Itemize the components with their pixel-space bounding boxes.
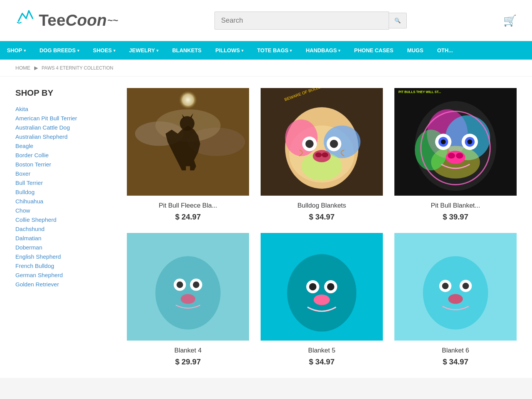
product-card[interactable]: Blanket 4 $ 29.97 — [127, 233, 249, 366]
list-item: English Shepherd — [15, 253, 115, 260]
breadcrumb-separator: ▶ — [34, 65, 38, 71]
svg-point-52 — [423, 256, 488, 330]
nav-item-shoes[interactable]: SHOES ▾ — [86, 41, 122, 60]
product-name: Bulldog Blankets — [261, 202, 383, 209]
sidebar-item-dachshund[interactable]: Dachshund — [15, 226, 45, 232]
product-card[interactable]: Blanket 5 $ 34.97 — [261, 233, 383, 366]
sidebar-item-german-shepherd[interactable]: German Shepherd — [15, 272, 63, 278]
svg-text:PIT BULLS THEY WILL ST...: PIT BULLS THEY WILL ST... — [399, 90, 441, 94]
svg-point-35 — [456, 153, 463, 159]
sidebar-item-dalmatian[interactable]: Dalmatian — [15, 235, 42, 241]
sidebar-item-bull-terrier[interactable]: Bull Terrier — [15, 180, 43, 186]
svg-point-5 — [180, 116, 195, 131]
header: TeeCoon~~ 🔍 🛒 — [0, 0, 532, 41]
nav-item-jewelry[interactable]: JEWELRY ▾ — [122, 41, 165, 60]
sidebar-item-akita[interactable]: Akita — [15, 106, 28, 112]
chevron-down-icon: ▾ — [113, 48, 115, 53]
product-grid: Pit Bull Fleece Bla... $ 24.97 — [127, 88, 517, 366]
sidebar-item-bulldog[interactable]: Bulldog — [15, 189, 35, 195]
svg-point-32 — [467, 140, 472, 145]
list-item: German Shepherd — [15, 272, 115, 279]
search-button[interactable]: 🔍 — [389, 13, 407, 28]
svg-point-15 — [330, 140, 338, 148]
sidebar-item-beagle[interactable]: Beagle — [15, 143, 33, 149]
nav-item-phone-cases[interactable]: PHONE CASES — [347, 41, 400, 60]
list-item: Akita — [15, 106, 115, 113]
search-icon: 🔍 — [394, 18, 401, 23]
nav-item-blankets[interactable]: BLANKETS — [165, 41, 208, 60]
sidebar-item-doberman[interactable]: Doberman — [15, 244, 42, 251]
svg-point-50 — [314, 294, 330, 305]
sidebar-item-australian-cattle-dog[interactable]: Australian Cattle Dog — [15, 124, 70, 131]
breadcrumb-current: PAWS 4 ETERNITY COLLECTION — [42, 65, 113, 71]
svg-point-17 — [315, 153, 322, 158]
main-nav: SHOP ▾ DOG BREEDS ▾ SHOES ▾ JEWELRY ▾ BL… — [0, 41, 532, 60]
chevron-down-icon: ▾ — [77, 48, 79, 53]
svg-point-47 — [309, 283, 316, 290]
nav-item-tote-bags[interactable]: TOTE BAGS ▾ — [250, 41, 299, 60]
chevron-down-icon: ▾ — [156, 48, 158, 53]
svg-point-43 — [181, 294, 195, 304]
list-item: Chihuahua — [15, 198, 115, 205]
product-card[interactable]: BEWARE OF BULLDOGS THEY WILL STEAL YOUR … — [261, 88, 383, 221]
list-item: Boston Terrier — [15, 161, 115, 168]
list-item: Bull Terrier — [15, 180, 115, 186]
logo[interactable]: TeeCoon~~ — [15, 8, 118, 33]
list-item: Chow — [15, 207, 115, 214]
nav-item-shop[interactable]: SHOP ▾ — [0, 41, 33, 60]
sidebar-item-collie-shepherd[interactable]: Collie Shepherd — [15, 216, 57, 223]
nav-item-dog-breeds[interactable]: DOG BREEDS ▾ — [33, 41, 86, 60]
product-name: Blanket 4 — [127, 347, 249, 354]
svg-point-45 — [287, 254, 356, 331]
svg-point-38 — [155, 256, 221, 330]
sidebar-item-boston-terrier[interactable]: Boston Terrier — [15, 161, 51, 168]
sidebar-item-french-bulldog[interactable]: French Bulldog — [15, 263, 54, 269]
product-name: Pit Bull Fleece Bla... — [127, 202, 249, 209]
sidebar-item-english-shepherd[interactable]: English Shepherd — [15, 253, 61, 260]
svg-point-18 — [322, 153, 328, 158]
list-item: Beagle — [15, 143, 115, 150]
sidebar-item-border-collie[interactable]: Border Collie — [15, 152, 49, 158]
sidebar-item-american-pit-bull[interactable]: American Pit Bull Terrier — [15, 115, 77, 121]
nav-item-other[interactable]: OTH... — [430, 41, 460, 60]
sidebar-item-australian-shepherd[interactable]: Australian Shepherd — [15, 133, 68, 140]
nav-item-pillows[interactable]: PILLOWS ▾ — [208, 41, 250, 60]
product-price: $ 34.97 — [394, 357, 517, 366]
product-name: Blanket 5 — [261, 347, 383, 354]
list-item: Collie Shepherd — [15, 216, 115, 223]
list-item: Dachshund — [15, 226, 115, 233]
breadcrumb: HOME ▶ PAWS 4 ETERNITY COLLECTION — [0, 60, 532, 76]
svg-point-29 — [441, 140, 446, 145]
list-item: Doberman — [15, 244, 115, 251]
sidebar-list: Akita American Pit Bull Terrier Australi… — [15, 106, 115, 288]
product-image — [127, 233, 249, 341]
sidebar-item-chow[interactable]: Chow — [15, 207, 30, 214]
breadcrumb-home[interactable]: HOME — [15, 65, 30, 71]
svg-point-40 — [176, 281, 183, 288]
product-price: $ 34.97 — [261, 357, 383, 366]
list-item: French Bulldog — [15, 263, 115, 269]
product-card[interactable]: PIT BULLS THEY WILL ST... Pit Bull Blank… — [394, 88, 517, 221]
nav-item-mugs[interactable]: MUGS — [400, 41, 430, 60]
nav-item-handbags[interactable]: HANDBAGS ▾ — [299, 41, 347, 60]
product-price: $ 24.97 — [127, 213, 249, 221]
svg-point-42 — [193, 281, 200, 288]
svg-point-57 — [448, 294, 463, 304]
product-name: Pit Bull Blanket... — [394, 202, 517, 209]
list-item: American Pit Bull Terrier — [15, 115, 115, 122]
sidebar-item-golden-retriever[interactable]: Golden Retriever — [15, 281, 59, 288]
product-card[interactable]: Pit Bull Fleece Bla... $ 24.97 — [127, 88, 249, 221]
cart-icon: 🛒 — [503, 15, 517, 27]
product-price: $ 29.97 — [127, 357, 249, 366]
list-item: Golden Retriever — [15, 281, 115, 288]
sidebar-item-boxer[interactable]: Boxer — [15, 170, 30, 177]
sidebar-title: SHOP BY — [15, 88, 115, 98]
product-card[interactable]: Blanket 6 $ 34.97 — [394, 233, 517, 366]
search-input[interactable] — [214, 12, 389, 30]
list-item: Boxer — [15, 170, 115, 177]
sidebar-item-chihuahua[interactable]: Chihuahua — [15, 198, 43, 204]
product-price: $ 34.97 — [261, 213, 383, 221]
cart-button[interactable]: 🛒 — [503, 14, 517, 27]
svg-point-54 — [442, 283, 449, 289]
logo-text: TeeCoon~~ — [39, 11, 118, 30]
